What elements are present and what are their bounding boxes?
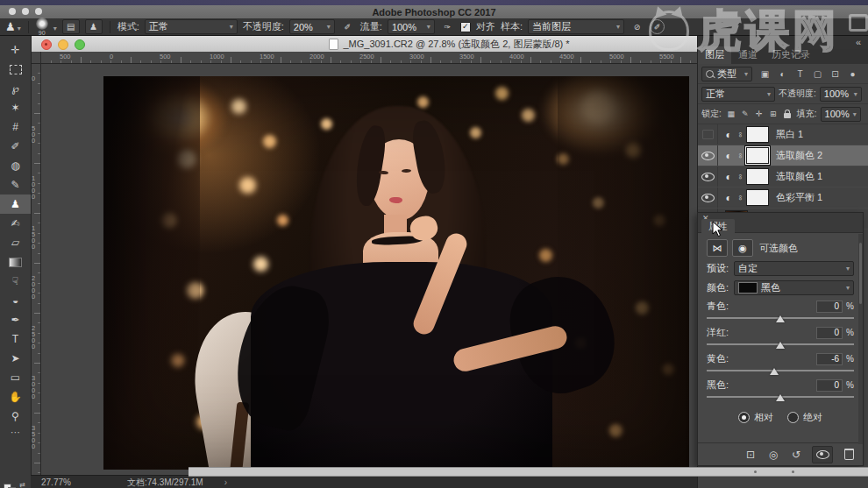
clone-stamp-tool-icon[interactable]: ♟	[0, 194, 31, 214]
properties-scrollbar[interactable]	[858, 234, 863, 444]
filter-toggle-icon[interactable]: ●	[845, 67, 860, 80]
toggle-brush-panel-button[interactable]: ▤	[62, 19, 80, 34]
ignore-adjustment-layers-icon[interactable]: ⊘	[630, 19, 644, 34]
previous-state-icon[interactable]: ◎	[766, 447, 780, 463]
zoom-level-value[interactable]: 27.77%	[41, 477, 103, 487]
tab-layers[interactable]: 图层	[698, 46, 731, 64]
lock-artboard-icon[interactable]: ⊞	[767, 108, 779, 120]
sample-select[interactable]: 当前图层	[528, 19, 624, 34]
layer-row[interactable]: ◐∞色彩平衡 1	[698, 187, 868, 209]
layer-opacity-select[interactable]: 100%	[820, 87, 862, 102]
ruler-h-label: 500	[60, 53, 71, 60]
align-checkbox[interactable]: ✓	[460, 22, 471, 32]
ruler-v-label: 1500	[32, 225, 39, 250]
eyedropper-tool-icon[interactable]: ✐	[0, 137, 31, 156]
pressure-size-icon[interactable]: ✐	[650, 19, 665, 34]
type-tool-icon[interactable]: T	[0, 329, 31, 349]
layer-mask-thumbnail[interactable]	[746, 189, 769, 206]
mode-select[interactable]: 正常	[145, 19, 238, 34]
tab-history[interactable]: 历史记录	[765, 46, 817, 64]
filter-pixel-layers-icon[interactable]: ▣	[758, 67, 772, 80]
layer-row[interactable]: ◐∞选取颜色 1	[698, 166, 868, 187]
slider-track[interactable]	[707, 317, 854, 319]
marquee-tool-icon[interactable]	[0, 60, 31, 79]
filter-kind-select[interactable]: 类型	[701, 67, 752, 81]
layer-mask-thumbnail[interactable]	[746, 147, 769, 164]
filter-adjustment-layers-icon[interactable]: ◐	[775, 67, 790, 80]
lock-all-icon[interactable]	[781, 108, 793, 120]
dodge-tool-icon[interactable]: ◒	[0, 291, 31, 310]
shape-tool-icon[interactable]: ▭	[0, 368, 31, 387]
layer-visibility-toggle[interactable]	[698, 187, 718, 208]
visibility-eye-icon[interactable]	[812, 446, 833, 463]
history-brush-tool-icon[interactable]: ✍	[0, 214, 31, 233]
preset-label: 预设:	[707, 262, 729, 275]
flow-select[interactable]: 100%	[388, 19, 435, 34]
toggle-clone-source-panel-button[interactable]: ♟	[85, 19, 103, 34]
app-window-controls[interactable]	[9, 8, 42, 15]
slider-track[interactable]	[707, 370, 854, 371]
eraser-tool-icon[interactable]: ▱	[0, 233, 31, 252]
blend-mode-select[interactable]: 正常	[701, 87, 775, 102]
lock-image-icon[interactable]: ✎	[739, 108, 751, 120]
adjustment-layer-icon: ◐	[722, 129, 736, 141]
lock-transparency-icon[interactable]: ▦	[725, 108, 737, 120]
mask-icon[interactable]: ◉	[732, 239, 753, 257]
slider-track[interactable]	[707, 343, 854, 345]
horizontal-scrollbar[interactable]	[189, 467, 868, 477]
airbrush-icon[interactable]: ✑	[440, 19, 455, 34]
layer-row[interactable]: ◐∞黑白 1	[698, 124, 868, 145]
pressure-opacity-icon[interactable]: ✐	[340, 19, 355, 34]
slider-thumb[interactable]	[776, 394, 785, 401]
brush-preset-picker[interactable]: 90	[36, 18, 48, 36]
quick-selection-tool-icon[interactable]: ✶	[0, 98, 31, 117]
slider-value-input[interactable]: 0	[816, 327, 843, 339]
clip-to-layer-icon[interactable]: ⊡	[743, 447, 758, 463]
brush-tool-icon[interactable]: ✎	[0, 175, 31, 194]
swap-colors-icon[interactable]: ⇄	[4, 481, 26, 488]
slider-value-input[interactable]: 0	[816, 379, 843, 392]
layer-mask-thumbnail[interactable]	[746, 168, 769, 185]
filter-shape-layers-icon[interactable]: ▢	[810, 67, 825, 80]
crop-tool-icon[interactable]: #	[0, 117, 31, 137]
delete-adjustment-icon[interactable]	[842, 447, 856, 463]
hand-tool-icon[interactable]: ✋	[0, 387, 31, 407]
slider-thumb[interactable]	[776, 315, 785, 322]
collapse-panels-icon[interactable]: «	[856, 38, 861, 47]
opacity-select[interactable]: 20%	[289, 19, 335, 34]
chevron-down-icon[interactable]	[53, 22, 57, 32]
radio-relative[interactable]: 相对	[738, 411, 773, 424]
pen-tool-icon[interactable]: ✒	[0, 310, 31, 329]
fill-label: 填充:	[797, 108, 817, 120]
layer-row[interactable]: ◐∞选取颜色 2	[698, 145, 868, 166]
lock-position-icon[interactable]: ✛	[753, 108, 765, 120]
layer-visibility-toggle[interactable]	[698, 166, 718, 187]
fill-select[interactable]: 100%	[821, 107, 861, 122]
slider-thumb[interactable]	[770, 368, 779, 375]
reset-icon[interactable]: ↺	[789, 447, 803, 463]
slider-track[interactable]	[707, 396, 854, 398]
filter-type-layers-icon[interactable]: T	[793, 67, 808, 80]
current-tool-badge[interactable]: ♟	[5, 20, 21, 33]
lasso-tool-icon[interactable]: ℘	[0, 79, 31, 98]
path-select-tool-icon[interactable]: ➤	[0, 349, 31, 368]
slider-thumb[interactable]	[776, 342, 785, 349]
edit-toolbar-icon[interactable]: ⋯	[0, 426, 31, 438]
healing-brush-tool-icon[interactable]: ◍	[0, 156, 31, 175]
slider-value-input[interactable]: -6	[816, 353, 843, 365]
tab-channels[interactable]: 通道	[731, 46, 765, 64]
radio-absolute[interactable]: 绝对	[787, 411, 822, 424]
move-tool-icon[interactable]: ✛	[0, 40, 31, 60]
layer-visibility-toggle[interactable]	[698, 124, 718, 145]
status-expand-icon[interactable]: ›	[224, 477, 227, 487]
filter-smart-objects-icon[interactable]: ⊡	[828, 67, 843, 80]
preset-select[interactable]: 自定	[734, 261, 854, 276]
slider-value-input[interactable]: 0	[816, 301, 843, 313]
smudge-tool-icon[interactable]: ☟	[0, 272, 31, 291]
photo-portrait-woman-bokeh[interactable]	[103, 76, 689, 470]
zoom-tool-icon[interactable]: ⚲	[0, 407, 31, 426]
gradient-tool-icon[interactable]	[0, 252, 31, 272]
color-select[interactable]: 黑色	[734, 280, 854, 295]
layer-visibility-toggle[interactable]	[698, 145, 718, 166]
layer-mask-thumbnail[interactable]	[746, 126, 769, 143]
